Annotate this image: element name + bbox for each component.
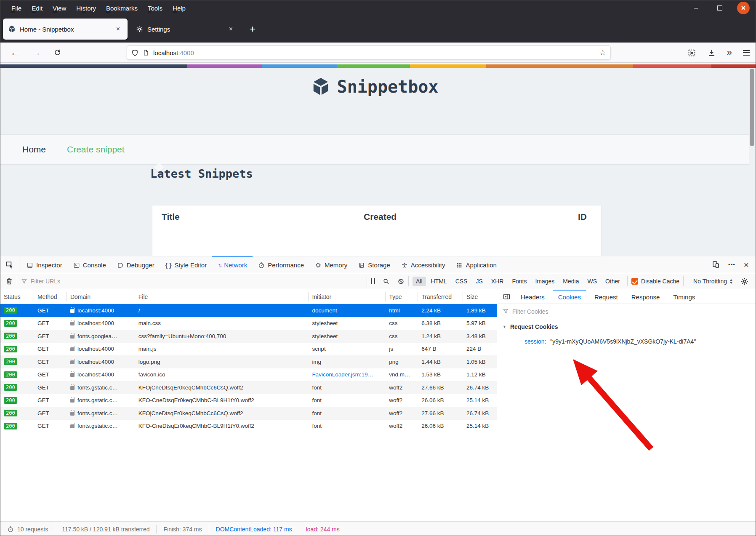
forward-icon[interactable]: → [32, 48, 41, 58]
responsive-mode-icon[interactable] [712, 261, 720, 269]
col-method[interactable]: Method [34, 292, 67, 301]
sidebar-toggle-icon[interactable] [503, 293, 511, 301]
type-filter-pill[interactable]: JS [472, 277, 486, 286]
network-request-row[interactable]: 200 GET fonts.googlea… css?family=Ubuntu… [0, 330, 497, 343]
network-request-row[interactable]: 200 GET localhost:4000 main.js script js… [0, 343, 497, 356]
request-cookies-section[interactable]: ▼ Request Cookies [498, 319, 756, 334]
tab-home-snippetbox[interactable]: Home - Snippetbox × [3, 19, 128, 40]
menu-icon[interactable] [743, 50, 750, 56]
tab-settings[interactable]: Settings × [131, 19, 240, 40]
tab-network[interactable]: ↑↓ Network [212, 256, 253, 273]
network-request-row[interactable]: 200 GET localhost:4000 / document html 2… [0, 304, 497, 317]
initiator-cell[interactable]: font [309, 397, 386, 403]
filter-urls-input[interactable]: Filter URLs [21, 278, 60, 285]
initiator-cell[interactable]: img [309, 359, 386, 365]
network-request-row[interactable]: 200 GET localhost:4000 favicon.ico Favic… [0, 368, 497, 381]
download-icon[interactable] [707, 48, 716, 57]
snippetbox-logo-icon[interactable] [311, 77, 330, 96]
collapse-triangle-icon[interactable]: ▼ [503, 325, 506, 329]
initiator-cell[interactable]: stylesheet [309, 320, 386, 326]
tab-style-editor[interactable]: { } Style Editor [160, 256, 213, 273]
url-bar[interactable]: localhost:4000 ☆ [127, 45, 611, 60]
filter-cookies-input[interactable]: Filter Cookies [498, 304, 756, 319]
page-icon[interactable] [143, 49, 149, 56]
tab-memory[interactable]: Memory [309, 256, 353, 273]
session-cookie-row[interactable]: session: "y9y1-mXyQUoAM6V5s9lXNjbZ_vXSGk… [498, 334, 756, 345]
col-status[interactable]: Status [0, 292, 34, 301]
block-icon[interactable] [397, 278, 405, 285]
maximize-icon[interactable] [713, 2, 726, 14]
type-filter-pill[interactable]: All [413, 277, 426, 286]
details-tab-request[interactable]: Request [589, 290, 623, 304]
col-domain[interactable]: Domain [67, 292, 135, 301]
network-request-row[interactable]: 200 GET localhost:4000 logo.png img png … [0, 355, 497, 368]
tab-console[interactable]: Console [68, 256, 112, 273]
type-filter-pill[interactable]: Fonts [508, 277, 530, 286]
col-size[interactable]: Size [463, 292, 497, 301]
network-request-row[interactable]: 200 GET fonts.gstatic.c… KFOjCneDtsqEr0k… [0, 381, 497, 394]
throttling-dropdown[interactable]: No Throttling [693, 278, 733, 285]
initiator-cell[interactable]: font [309, 423, 386, 429]
cookie-name[interactable]: session: [524, 338, 546, 345]
tab-accessibility[interactable]: Accessibility [396, 256, 451, 273]
initiator-cell[interactable]: script [309, 346, 386, 352]
menu-item[interactable]: View [48, 3, 71, 13]
url-text[interactable]: localhost:4000 [153, 49, 599, 56]
type-filter-pill[interactable]: HTML [428, 277, 450, 286]
close-icon[interactable]: × [737, 2, 750, 14]
details-tab-response[interactable]: Response [626, 290, 665, 304]
initiator-cell[interactable]: font [309, 384, 386, 391]
menu-item[interactable]: File [6, 3, 27, 13]
network-request-row[interactable]: 200 GET fonts.gstatic.c… KFOjCneDtsqEr0k… [0, 407, 497, 420]
menu-item[interactable]: Bookmarks [101, 3, 143, 13]
tab-application[interactable]: Application [450, 256, 502, 273]
network-request-row[interactable]: 200 GET localhost:4000 main.css styleshe… [0, 317, 497, 330]
devtools-close-icon[interactable]: × [744, 260, 749, 270]
shield-icon[interactable] [131, 49, 138, 57]
details-tab-headers[interactable]: Headers [516, 290, 550, 304]
devtools-settings-gear-icon[interactable] [740, 277, 749, 285]
col-file[interactable]: File [135, 292, 309, 301]
menu-item[interactable]: Edit [27, 3, 48, 13]
tab-performance[interactable]: Performance [253, 256, 309, 273]
search-icon[interactable] [383, 278, 390, 285]
new-tab-button[interactable]: + [246, 23, 259, 35]
col-transferred[interactable]: Transferred [418, 292, 463, 301]
disable-cache-checkbox[interactable]: Disable Cache [631, 278, 679, 285]
network-request-row[interactable]: 200 GET fonts.gstatic.c… KFO-CneDtsqEr0k… [0, 394, 497, 407]
chevron-double-icon[interactable]: » [727, 47, 732, 58]
type-filter-pill[interactable]: WS [584, 277, 600, 286]
pick-element-icon[interactable] [0, 256, 19, 273]
scrollbar-thumb[interactable] [750, 69, 754, 146]
nav-link-create-snippet[interactable]: Create snippet [67, 144, 125, 155]
initiator-cell[interactable]: FaviconLoader.jsm:19… [309, 371, 386, 378]
initiator-cell[interactable]: font [309, 410, 386, 416]
pause-icon[interactable] [371, 278, 375, 284]
tab-debugger[interactable]: Debugger [112, 256, 160, 273]
page-scrollbar[interactable] [750, 66, 755, 253]
menu-item[interactable]: History [71, 3, 101, 13]
star-icon[interactable]: ☆ [599, 48, 606, 57]
trash-icon[interactable] [5, 277, 13, 285]
initiator-cell[interactable]: stylesheet [309, 333, 386, 339]
menu-item[interactable]: Help [168, 3, 191, 13]
tab-storage[interactable]: Storage [353, 256, 396, 273]
type-filter-pill[interactable]: CSS [452, 277, 471, 286]
back-icon[interactable]: ← [11, 48, 19, 58]
network-request-row[interactable]: 200 GET fonts.gstatic.c… KFO-CneDtsqEr0k… [0, 420, 497, 433]
type-filter-pill[interactable]: XHR [488, 277, 507, 286]
details-tab-timings[interactable]: Timings [668, 290, 700, 304]
col-initiator[interactable]: Initiator [309, 292, 386, 301]
menu-item[interactable]: Tools [143, 3, 168, 13]
nav-link-home[interactable]: Home [22, 144, 46, 155]
type-filter-pill[interactable]: Images [532, 277, 558, 286]
minimize-icon[interactable]: – [690, 2, 703, 14]
checkbox-checked-icon[interactable] [631, 278, 638, 285]
tab-close-icon[interactable]: × [226, 24, 235, 34]
initiator-cell[interactable]: document [309, 307, 386, 314]
type-filter-pill[interactable]: Media [559, 277, 582, 286]
reload-icon[interactable] [53, 48, 61, 56]
details-tab-cookies[interactable]: Cookies [553, 290, 586, 304]
type-filter-pill[interactable]: Other [602, 277, 623, 286]
meatball-menu-icon[interactable]: ••• [728, 261, 735, 268]
